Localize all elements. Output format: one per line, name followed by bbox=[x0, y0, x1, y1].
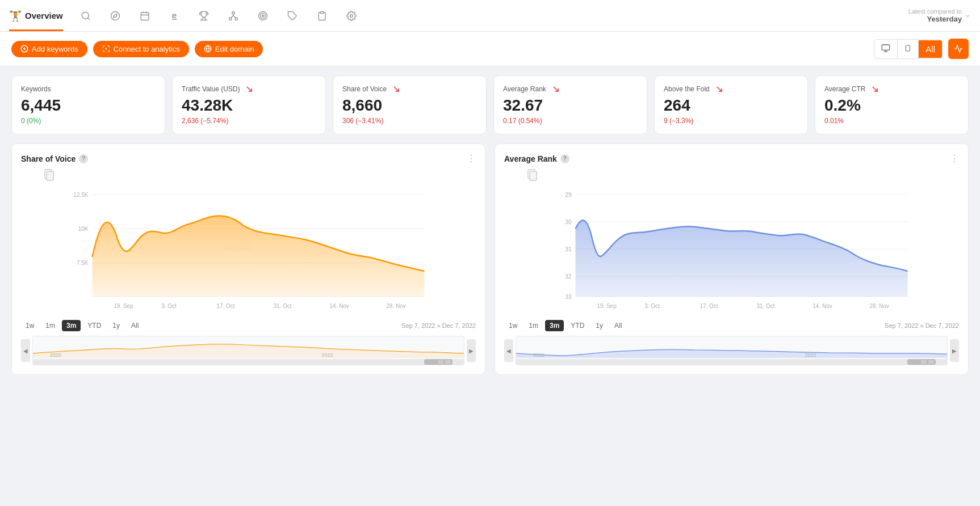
sov-1m-btn[interactable]: 1m bbox=[41, 320, 60, 331]
rank-time-range: 1w 1m 3m YTD 1y All Sep 7, 2022 » Dec 7,… bbox=[504, 320, 959, 331]
device-all-btn[interactable]: All bbox=[919, 40, 942, 58]
metric-value-4: 264 bbox=[664, 96, 798, 115]
svg-rect-47 bbox=[530, 171, 537, 180]
svg-line-28 bbox=[717, 87, 722, 91]
rank-chart-svg-container: 29 30 31 32 33 19. Sep bbox=[504, 183, 959, 315]
toolbar: Add keywords Connect to analytics Edit d… bbox=[0, 32, 980, 66]
trophy-nav-icon[interactable] bbox=[195, 7, 213, 25]
device-desktop-btn[interactable] bbox=[874, 40, 898, 58]
connect-analytics-button[interactable]: Connect to analytics bbox=[93, 41, 189, 57]
device-mobile-btn[interactable] bbox=[898, 40, 919, 58]
metric-change-0: 0 (0%) bbox=[21, 117, 156, 125]
svg-text:17. Oct: 17. Oct bbox=[216, 303, 234, 309]
svg-text:19. Sep: 19. Sep bbox=[597, 303, 617, 309]
rank-menu-icon[interactable]: ⋮ bbox=[950, 153, 959, 164]
search-nav-icon[interactable] bbox=[77, 7, 95, 25]
svg-text:28. Nov: 28. Nov bbox=[869, 303, 889, 309]
svg-text:31. Oct: 31. Oct bbox=[756, 303, 774, 309]
sov-scroll-left[interactable]: ◀ bbox=[21, 339, 30, 362]
rank-3m-btn[interactable]: 3m bbox=[545, 320, 564, 331]
nav-brand[interactable]: 🏋 Overview bbox=[9, 0, 63, 31]
metric-change-3: 0.17 (0.54%) bbox=[503, 117, 638, 125]
sov-mini-chart: 2020 2022 bbox=[32, 336, 464, 365]
tag-nav-icon[interactable] bbox=[283, 7, 301, 25]
metric-label-1: Traffic Value (USD) bbox=[182, 85, 316, 93]
sov-mini-year-2022: 2022 bbox=[322, 352, 333, 358]
sov-all-btn[interactable]: All bbox=[127, 320, 143, 331]
rank-scroll-left[interactable]: ◀ bbox=[504, 339, 513, 362]
rank-scroll-right[interactable]: ▶ bbox=[950, 339, 959, 362]
chart-type-button[interactable] bbox=[948, 39, 969, 59]
sov-3m-btn[interactable]: 3m bbox=[62, 320, 81, 331]
svg-text:7.5K: 7.5K bbox=[77, 260, 89, 266]
svg-text:32: 32 bbox=[565, 273, 572, 280]
svg-text:12.5K: 12.5K bbox=[73, 192, 88, 198]
brand-label: Overview bbox=[25, 11, 63, 20]
brand-icon: 🏋 bbox=[9, 10, 22, 22]
compare-value: Yesterday bbox=[908, 15, 962, 23]
rank-mini-chart: 2020 2022 bbox=[516, 336, 948, 365]
sov-scroll-right[interactable]: ▶ bbox=[467, 339, 476, 362]
svg-line-25 bbox=[247, 87, 252, 91]
metric-change-2: 306 (−3.41%) bbox=[342, 117, 477, 125]
rank-scroll-handle bbox=[920, 360, 935, 364]
compass-nav-icon[interactable] bbox=[106, 7, 124, 25]
main-content: Keywords 6,445 0 (0%) Traffic Value (USD… bbox=[0, 66, 980, 384]
sov-1w-btn[interactable]: 1w bbox=[21, 320, 39, 331]
metric-value-1: 43.28K bbox=[182, 96, 316, 115]
metric-card-0: Keywords 6,445 0 (0%) bbox=[11, 75, 165, 134]
target-nav-icon[interactable] bbox=[254, 7, 272, 25]
svg-text:14. Nov: 14. Nov bbox=[813, 303, 832, 309]
svg-text:14. Nov: 14. Nov bbox=[329, 303, 349, 309]
sov-chart-header: Share of Voice ? ⋮ bbox=[21, 153, 476, 164]
rank-1w-btn[interactable]: 1w bbox=[504, 320, 522, 331]
add-keywords-button[interactable]: Add keywords bbox=[11, 41, 87, 57]
metric-label-5: Average CTR bbox=[824, 85, 959, 93]
sov-help-icon[interactable]: ? bbox=[79, 154, 88, 163]
rank-help-icon[interactable]: ? bbox=[560, 154, 569, 163]
sov-1y-btn[interactable]: 1y bbox=[108, 320, 124, 331]
hierarchy-nav-icon[interactable] bbox=[224, 7, 242, 25]
svg-marker-2 bbox=[114, 14, 117, 17]
device-group: All bbox=[874, 39, 943, 59]
rank-scroll-track bbox=[516, 359, 947, 365]
sov-menu-icon[interactable]: ⋮ bbox=[467, 153, 476, 164]
rank-1y-btn[interactable]: 1y bbox=[591, 320, 608, 331]
sov-chart-card: Share of Voice ? ⋮ 12.5K 10K bbox=[11, 144, 485, 375]
metric-card-1: Traffic Value (USD) 43.28K 2,636 (−5.74%… bbox=[172, 75, 326, 134]
svg-text:17. Oct: 17. Oct bbox=[700, 303, 718, 309]
rank-chart-card: Average Rank ? ⋮ 29 bbox=[495, 144, 969, 375]
sov-ytd-btn[interactable]: YTD bbox=[83, 320, 106, 331]
sov-chart-svg-container: 12.5K 10K 7.5K Ranker 19 bbox=[21, 183, 476, 315]
calendar-nav-icon[interactable] bbox=[136, 7, 154, 25]
compare-selector[interactable]: Latest compared to Yesterday bbox=[908, 8, 971, 23]
top-nav: 🏋 Overview bbox=[0, 0, 980, 32]
rank-mini-year-2020: 2020 bbox=[533, 352, 545, 358]
metric-cards: Keywords 6,445 0 (0%) Traffic Value (USD… bbox=[11, 75, 969, 134]
metric-change-1: 2,636 (−5.74%) bbox=[182, 117, 316, 125]
metric-label-4: Above the Fold bbox=[664, 85, 798, 93]
rank-copy-area bbox=[504, 168, 959, 181]
rank-all-btn[interactable]: All bbox=[610, 320, 626, 331]
chess-nav-icon[interactable] bbox=[165, 7, 183, 25]
rank-1m-btn[interactable]: 1m bbox=[524, 320, 543, 331]
metric-change-5: 0.01% bbox=[824, 117, 959, 125]
rank-chart-title: Average Rank ? bbox=[504, 154, 569, 163]
metric-label-0: Keywords bbox=[21, 85, 156, 93]
clipboard-nav-icon[interactable] bbox=[313, 7, 331, 25]
edit-domain-label: Edit domain bbox=[215, 45, 254, 53]
sov-time-range: 1w 1m 3m YTD 1y All Sep 7, 2022 » Dec 7,… bbox=[21, 320, 476, 331]
sov-copy-area bbox=[21, 168, 476, 181]
svg-point-8 bbox=[229, 18, 232, 20]
svg-point-7 bbox=[232, 11, 234, 14]
metric-label-2: Share of Voice bbox=[342, 85, 477, 93]
settings-nav-icon[interactable] bbox=[342, 7, 361, 25]
svg-point-11 bbox=[260, 13, 265, 18]
rank-mini-year-2022: 2022 bbox=[805, 352, 816, 358]
svg-rect-14 bbox=[320, 11, 324, 13]
svg-text:33: 33 bbox=[565, 294, 572, 300]
rank-ytd-btn[interactable]: YTD bbox=[566, 320, 589, 331]
metric-value-0: 6,445 bbox=[21, 96, 156, 115]
edit-domain-button[interactable]: Edit domain bbox=[195, 41, 263, 57]
rank-chart-header: Average Rank ? ⋮ bbox=[504, 153, 959, 164]
